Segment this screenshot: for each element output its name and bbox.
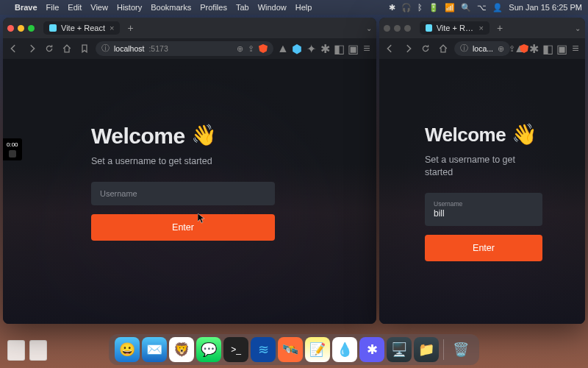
minimize-window-icon[interactable] bbox=[18, 25, 24, 32]
user-icon[interactable]: 👤 bbox=[492, 3, 503, 13]
mouse-cursor-icon bbox=[198, 213, 205, 224]
recorder-time: 0:00 bbox=[7, 141, 18, 148]
welcome-card: Welcome 👋 Set a username to get started … bbox=[425, 124, 542, 261]
username-input[interactable]: Username bbox=[91, 182, 275, 205]
control-center-icon[interactable]: ⌥ bbox=[477, 3, 487, 13]
new-tab-button[interactable]: + bbox=[124, 22, 136, 34]
bookmark-button[interactable] bbox=[78, 42, 91, 55]
share-icon[interactable]: ⇪ bbox=[248, 44, 254, 53]
recorder-stop-icon[interactable] bbox=[9, 150, 16, 158]
input-placeholder: Username bbox=[100, 189, 266, 198]
heading-text: Welcome bbox=[425, 124, 506, 146]
back-button[interactable] bbox=[384, 42, 397, 55]
menu-file[interactable]: File bbox=[46, 3, 60, 12]
tab-overflow-icon[interactable]: ⌄ bbox=[575, 24, 581, 32]
app-icon[interactable]: 📁 bbox=[414, 337, 439, 362]
bluetooth-icon[interactable]: ᛒ bbox=[417, 3, 423, 12]
menu-history[interactable]: History bbox=[117, 3, 142, 12]
site-info-icon[interactable]: ⓘ bbox=[460, 43, 468, 54]
loom-app-icon[interactable]: ✱ bbox=[359, 337, 384, 362]
macos-dock: 😀 ✉️ 🦁 💬 >_ ≋ 🛰️ 📝 💧 ✱ 🖥️ 📁 🗑️ bbox=[109, 334, 479, 365]
desktop-file[interactable] bbox=[7, 340, 25, 361]
enter-button[interactable]: Enter bbox=[425, 235, 542, 261]
menu-edit[interactable]: Edit bbox=[68, 3, 82, 12]
extensions-menu-icon[interactable]: ✱ bbox=[320, 43, 330, 54]
app-menu-icon[interactable]: ≡ bbox=[570, 43, 581, 54]
app-menu-icon[interactable]: ≡ bbox=[362, 43, 372, 54]
desktop-file[interactable] bbox=[29, 340, 47, 361]
menu-help[interactable]: Help bbox=[295, 3, 312, 12]
brave-shield-icon[interactable] bbox=[259, 44, 268, 53]
dock-separator bbox=[443, 339, 444, 360]
favicon-icon bbox=[426, 24, 432, 32]
forward-button[interactable] bbox=[25, 42, 38, 55]
close-tab-icon[interactable]: × bbox=[110, 24, 114, 32]
sidebar-icon[interactable]: ◧ bbox=[334, 43, 344, 54]
zoom-icon[interactable]: ⊕ bbox=[237, 44, 243, 53]
address-bar[interactable]: ⓘ localhost:5173 ⊕ ⇪ bbox=[96, 41, 273, 56]
menu-bookmarks[interactable]: Bookmarks bbox=[151, 3, 191, 12]
terminal-app-icon[interactable]: >_ bbox=[223, 337, 248, 362]
zoom-window-icon[interactable] bbox=[28, 25, 35, 32]
menu-profiles[interactable]: Profiles bbox=[200, 3, 227, 12]
close-window-icon[interactable] bbox=[7, 25, 14, 32]
browser-tab[interactable]: Vite + React × bbox=[43, 21, 120, 35]
page-content: Welcome 👋 Set a username to get started … bbox=[379, 59, 585, 324]
messages-app-icon[interactable]: 💬 bbox=[196, 337, 221, 362]
postman-app-icon[interactable]: 🛰️ bbox=[278, 337, 303, 362]
menubar-clock[interactable]: Sun Jan 15 6:25 PM bbox=[509, 3, 582, 12]
username-input[interactable]: Username bill bbox=[425, 193, 542, 226]
brave-app-icon[interactable]: 🦁 bbox=[169, 337, 194, 362]
spotlight-icon[interactable]: 🔍 bbox=[461, 3, 471, 13]
zoom-icon[interactable]: ⊕ bbox=[498, 44, 504, 53]
menu-tab[interactable]: Tab bbox=[236, 3, 249, 12]
extension-icon[interactable]: ✦ bbox=[306, 43, 316, 54]
screen-recorder-widget[interactable]: 0:00 bbox=[3, 138, 22, 160]
minimize-window-icon[interactable] bbox=[394, 25, 401, 32]
reload-button[interactable] bbox=[43, 42, 56, 55]
color-picker-app-icon[interactable]: 💧 bbox=[332, 337, 357, 362]
input-value: bill bbox=[434, 208, 534, 219]
heading-text: Welcome bbox=[91, 124, 185, 148]
back-button[interactable] bbox=[7, 42, 21, 55]
welcome-card: Welcome 👋 Set a username to get started … bbox=[91, 124, 275, 241]
wallet-icon[interactable]: ▣ bbox=[348, 43, 358, 54]
trash-icon[interactable]: 🗑️ bbox=[448, 337, 473, 362]
wifi-icon[interactable]: 📶 bbox=[445, 3, 455, 13]
browser-tab[interactable]: Vite + React × bbox=[420, 21, 490, 35]
home-button[interactable] bbox=[60, 42, 74, 55]
mail-app-icon[interactable]: ✉️ bbox=[142, 337, 167, 362]
sidebar-icon[interactable]: ◧ bbox=[542, 43, 553, 54]
url-path: :5173 bbox=[148, 44, 168, 53]
finder-app-icon[interactable]: 😀 bbox=[115, 337, 140, 362]
headphones-icon[interactable]: 🎧 bbox=[401, 3, 412, 13]
menu-window[interactable]: Window bbox=[258, 3, 287, 12]
tab-overflow-icon[interactable]: ⌄ bbox=[366, 24, 372, 32]
browser-window-right: Vite + React × + ⌄ ⓘ loca... ⊕ ⇪ ▲ ✱ ◧ ▣… bbox=[379, 18, 585, 324]
close-tab-icon[interactable]: × bbox=[479, 24, 484, 32]
battery-icon[interactable]: 🔋 bbox=[429, 3, 439, 13]
enter-button[interactable]: Enter bbox=[91, 214, 275, 241]
vscode-app-icon[interactable]: ≋ bbox=[251, 337, 276, 362]
extensions-menu-icon[interactable]: ✱ bbox=[528, 43, 539, 54]
page-title: Welcome 👋 bbox=[91, 124, 275, 148]
notes-app-icon[interactable]: 📝 bbox=[305, 337, 330, 362]
app-menu[interactable]: Brave bbox=[15, 3, 37, 12]
loom-status-icon[interactable]: ✱ bbox=[389, 3, 395, 13]
extension-icon[interactable]: ⬢ bbox=[292, 43, 302, 54]
address-bar[interactable]: ⓘ loca... ⊕ ⇪ bbox=[454, 41, 510, 56]
forward-button[interactable] bbox=[401, 42, 415, 55]
site-info-icon[interactable]: ⓘ bbox=[101, 43, 110, 54]
zoom-window-icon[interactable] bbox=[404, 25, 411, 32]
new-tab-button[interactable]: + bbox=[494, 22, 506, 34]
browser-window-left: Vite + React × + ⌄ ⓘ localhost:5173 ⊕ ⇪ … bbox=[3, 18, 376, 324]
reload-button[interactable] bbox=[419, 42, 432, 55]
wallet-icon[interactable]: ▣ bbox=[556, 43, 567, 54]
home-button[interactable] bbox=[437, 42, 450, 55]
rewards-icon[interactable]: ▲ bbox=[278, 43, 288, 54]
close-window-icon[interactable] bbox=[384, 25, 390, 32]
tab-title: Vite + React bbox=[437, 24, 475, 32]
page-title: Welcome 👋 bbox=[425, 124, 542, 146]
app-icon[interactable]: 🖥️ bbox=[387, 337, 412, 362]
menu-view[interactable]: View bbox=[90, 3, 108, 12]
